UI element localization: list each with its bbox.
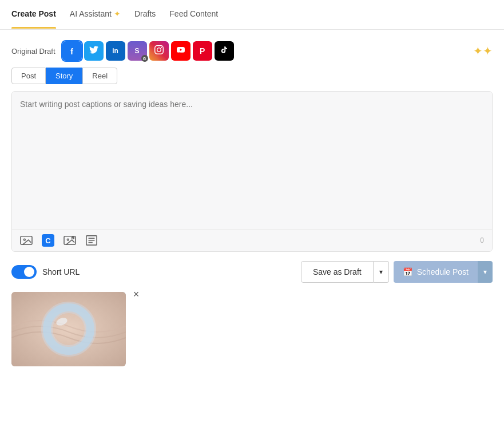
- nav-drafts-label: Drafts: [134, 9, 156, 18]
- nav-drafts[interactable]: Drafts: [134, 9, 156, 21]
- nav-feed-content-label: Feed Content: [169, 9, 218, 18]
- top-nav: Create Post AI Assistant ✦ Drafts Feed C…: [0, 0, 504, 30]
- chevron-down-icon: ▾: [379, 268, 383, 276]
- image-art: [11, 292, 126, 366]
- article-icon[interactable]: [85, 235, 98, 246]
- youtube-icon: [176, 46, 185, 56]
- caption-textarea[interactable]: [12, 92, 492, 229]
- image-preview: [11, 292, 126, 366]
- tab-reel[interactable]: Reel: [82, 68, 117, 84]
- editor-box: C +: [11, 91, 493, 252]
- platform-schedbook[interactable]: S G: [128, 41, 147, 61]
- sparkle-star-icon[interactable]: ✦✦: [473, 44, 493, 58]
- svg-point-3: [67, 239, 69, 240]
- action-buttons: Save as Draft ▾ 📅 Schedule Post ▾: [301, 261, 493, 283]
- nav-feed-content[interactable]: Feed Content: [169, 9, 218, 21]
- image-preview-row: ×: [11, 292, 126, 366]
- image-upload-icon[interactable]: [20, 235, 33, 246]
- ai-star-icon: ✦: [114, 9, 121, 18]
- post-type-tabs: Post Story Reel: [11, 68, 493, 84]
- facebook-icon: f: [70, 46, 73, 56]
- svg-point-1: [23, 239, 25, 240]
- schedule-post-button[interactable]: 📅 Schedule Post: [394, 261, 478, 283]
- platform-row: Original Draft f in S G: [11, 41, 493, 61]
- save-as-draft-dropdown-button[interactable]: ▾: [374, 261, 389, 283]
- bottom-row: Short URL Save as Draft ▾ 📅 Schedule Pos…: [11, 261, 493, 283]
- twitter-icon: [89, 46, 98, 56]
- pinterest-icon: P: [200, 46, 205, 56]
- nav-create-post-label: Create Post: [11, 9, 56, 18]
- platform-youtube[interactable]: [171, 41, 191, 61]
- short-url-label: Short URL: [42, 267, 80, 276]
- editor-footer: C +: [12, 229, 492, 251]
- original-draft-label: Original Draft: [11, 47, 55, 56]
- canva-icon[interactable]: C: [42, 234, 54, 247]
- main-content: Original Draft f in S G: [0, 30, 504, 380]
- platform-linkedin[interactable]: in: [106, 41, 125, 61]
- nav-ai-assistant[interactable]: AI Assistant ✦: [70, 9, 121, 21]
- svg-text:+: +: [72, 237, 74, 240]
- tab-story[interactable]: Story: [46, 68, 82, 84]
- svg-rect-0: [21, 236, 32, 245]
- linkedin-icon: in: [112, 47, 118, 55]
- tab-post[interactable]: Post: [11, 68, 46, 84]
- tiktok-icon: [220, 45, 228, 57]
- nav-create-post[interactable]: Create Post: [11, 9, 56, 21]
- platform-twitter[interactable]: [84, 41, 104, 61]
- schedbook-badge: G: [141, 55, 148, 62]
- schedbook-icon: S: [135, 47, 140, 55]
- schedule-post-dropdown-button[interactable]: ▾: [478, 261, 493, 283]
- save-as-draft-button[interactable]: Save as Draft: [301, 261, 374, 283]
- editor-toolbar: C +: [20, 234, 98, 247]
- char-count: 0: [480, 236, 484, 244]
- instagram-icon: [154, 45, 164, 57]
- platform-tiktok[interactable]: [215, 41, 234, 61]
- short-url-toggle[interactable]: [11, 265, 37, 279]
- image-close-button[interactable]: ×: [129, 287, 143, 301]
- chevron-down-icon-schedule: ▾: [483, 268, 487, 276]
- nav-ai-assistant-label: AI Assistant: [70, 9, 112, 18]
- close-icon: ×: [133, 288, 140, 301]
- calendar-icon: 📅: [403, 267, 412, 276]
- platform-facebook[interactable]: f: [62, 41, 82, 61]
- platform-pinterest[interactable]: P: [193, 41, 212, 61]
- media-library-icon[interactable]: +: [64, 235, 76, 246]
- platform-instagram[interactable]: [149, 41, 169, 61]
